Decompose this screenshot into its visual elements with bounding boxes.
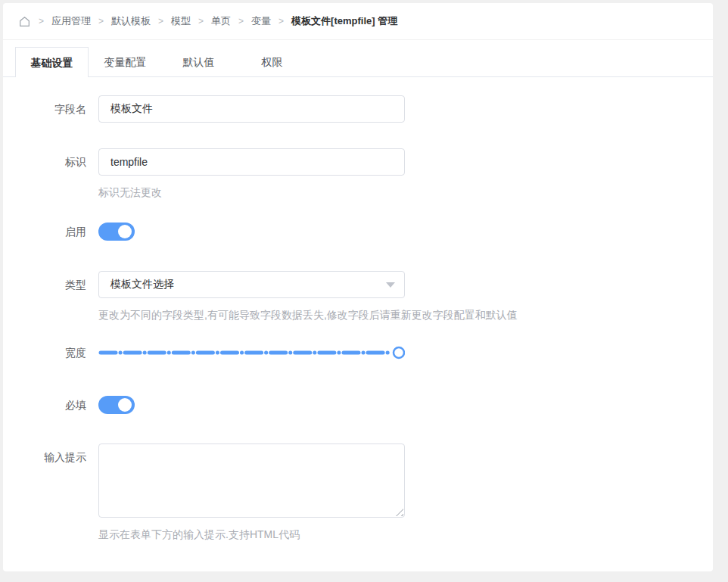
width-slider-track[interactable] (98, 341, 405, 365)
breadcrumb-item-variable[interactable]: 变量 (251, 14, 271, 28)
required-toggle[interactable] (98, 396, 135, 414)
enabled-toggle[interactable] (98, 223, 135, 241)
breadcrumb-item-model[interactable]: 模型 (171, 14, 191, 28)
breadcrumb-separator: > (98, 16, 104, 26)
type-help-text: 更改为不同的字段类型,有可能导致字段数据丢失,修改字段后请重新更改字段配置和默认… (98, 307, 405, 322)
tab-default-value[interactable]: 默认值 (162, 47, 235, 77)
tab-basic-settings[interactable]: 基础设置 (15, 47, 89, 77)
type-select-value: 模板文件选择 (110, 278, 174, 291)
width-slider[interactable] (98, 341, 405, 365)
field-name-label: 字段名 (18, 95, 86, 123)
breadcrumb-item-app-manage[interactable]: 应用管理 (51, 14, 91, 28)
identifier-label: 标识 (18, 148, 86, 200)
breadcrumb-item-single-page[interactable]: 单页 (211, 14, 231, 28)
chevron-down-icon (386, 282, 395, 288)
breadcrumb-separator: > (198, 16, 204, 26)
breadcrumb-separator: > (158, 16, 163, 26)
input-tip-label: 输入提示 (18, 444, 86, 542)
breadcrumb-item-default-template[interactable]: 默认模板 (111, 14, 151, 28)
tab-variable-config[interactable]: 变量配置 (89, 47, 162, 77)
breadcrumb-separator: > (39, 16, 44, 26)
breadcrumb: > 应用管理 > 默认模板 > 模型 > 单页 > 变量 > 模板文件[temp… (3, 3, 713, 40)
width-label: 宽度 (18, 341, 86, 365)
input-tip-help-text: 显示在表单下方的输入提示.支持HTML代码 (98, 527, 405, 542)
type-select[interactable]: 模板文件选择 (98, 271, 405, 298)
toggle-knob (118, 398, 132, 412)
content-panel: > 应用管理 > 默认模板 > 模型 > 单页 > 变量 > 模板文件[temp… (3, 3, 713, 571)
input-tip-textarea[interactable] (98, 444, 405, 518)
tab-permissions[interactable]: 权限 (235, 47, 309, 77)
tab-bar: 基础设置 变量配置 默认值 权限 (3, 47, 713, 77)
breadcrumb-separator: > (278, 16, 284, 26)
field-settings-form: 字段名 标识 标识无法更改 启用 类型 模板文件选择 (3, 77, 713, 542)
identifier-help-text: 标识无法更改 (98, 185, 405, 200)
width-slider-handle[interactable] (394, 347, 404, 358)
required-label: 必填 (18, 396, 86, 414)
toggle-knob (118, 225, 132, 238)
identifier-input[interactable] (98, 148, 405, 176)
breadcrumb-separator: > (238, 16, 244, 26)
field-name-input[interactable] (98, 95, 405, 123)
enabled-label: 启用 (18, 223, 86, 241)
type-label: 类型 (18, 271, 86, 322)
home-icon[interactable] (18, 15, 31, 28)
breadcrumb-current: 模板文件[tempfile] 管理 (291, 14, 397, 28)
